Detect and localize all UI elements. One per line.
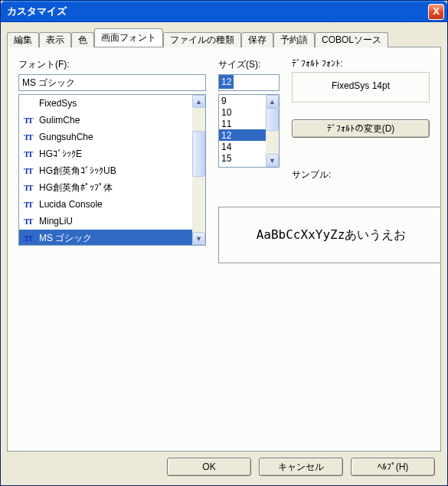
scroll-thumb[interactable] bbox=[192, 131, 205, 177]
list-item[interactable]: TTHG創英角ｺﾞｼｯｸUB bbox=[19, 162, 192, 179]
tab-color[interactable]: 色 bbox=[71, 32, 94, 47]
tab-cobol-source[interactable]: COBOLソース bbox=[315, 32, 388, 47]
close-button[interactable]: X bbox=[428, 4, 444, 20]
size-label: サイズ(S): bbox=[218, 58, 280, 71]
truetype-icon: TT bbox=[24, 217, 34, 226]
list-item[interactable]: 9 bbox=[219, 95, 266, 106]
ok-button[interactable]: OK bbox=[167, 458, 251, 476]
truetype-icon: TT bbox=[24, 116, 34, 125]
tab-page-screen-font: フォント(F): TTFixedSys TTGulimChe TTGungsuh… bbox=[7, 47, 441, 452]
list-item[interactable]: TTMS ゴシック bbox=[19, 230, 192, 245]
truetype-icon: TT bbox=[24, 166, 34, 175]
cancel-button[interactable]: キャンセル bbox=[259, 458, 343, 476]
dialog-window: カスタマイズ X 編集 表示 色 画面フォント ファイルの種類 保存 予約語 C… bbox=[0, 0, 448, 486]
font-scrollbar[interactable]: ▲ ▼ bbox=[192, 95, 205, 245]
sample-label: サンプル: bbox=[292, 168, 430, 181]
scroll-down-button[interactable]: ▼ bbox=[192, 232, 205, 245]
list-item[interactable]: 10 bbox=[219, 106, 266, 118]
tab-edit[interactable]: 編集 bbox=[7, 32, 39, 47]
truetype-icon: TT bbox=[24, 183, 34, 192]
close-icon: X bbox=[433, 5, 440, 17]
list-item[interactable]: TTLucida Console bbox=[19, 196, 192, 213]
tab-save[interactable]: 保存 bbox=[241, 32, 273, 47]
font-label: フォント(F): bbox=[18, 58, 206, 71]
tab-strip: 編集 表示 色 画面フォント ファイルの種類 保存 予約語 COBOLソース bbox=[7, 28, 441, 47]
list-item[interactable]: TTGulimChe bbox=[19, 112, 192, 129]
scroll-thumb[interactable] bbox=[266, 108, 279, 131]
list-item[interactable]: TTHGｺﾞｼｯｸE bbox=[19, 145, 192, 162]
truetype-icon: TT bbox=[24, 132, 34, 142]
tab-screen-font[interactable]: 画面フォント bbox=[94, 28, 163, 47]
default-font-value: FixedSys 14pt bbox=[332, 80, 390, 91]
dialog-button-row: OK キャンセル ﾍﾙﾌﾟ(H) bbox=[7, 452, 441, 482]
list-item[interactable]: 15 bbox=[219, 152, 266, 164]
size-scrollbar[interactable]: ▲ ▼ bbox=[266, 95, 279, 167]
truetype-icon: TT bbox=[24, 149, 34, 158]
font-column: フォント(F): TTFixedSys TTGulimChe TTGungsuh… bbox=[18, 58, 206, 246]
titlebar[interactable]: カスタマイズ X bbox=[1, 1, 447, 22]
list-item[interactable]: TTMingLiU bbox=[19, 213, 192, 230]
list-item[interactable]: TTFixedSys bbox=[19, 95, 192, 112]
truetype-icon: TT bbox=[24, 200, 34, 209]
help-button[interactable]: ﾍﾙﾌﾟ(H) bbox=[351, 458, 435, 476]
tab-file-types[interactable]: ファイルの種類 bbox=[163, 32, 241, 47]
font-listbox[interactable]: TTFixedSys TTGulimChe TTGungsuhChe TTHGｺ… bbox=[18, 94, 206, 246]
list-item[interactable]: TTHG創英角ﾎﾟｯﾌﾟ体 bbox=[19, 179, 192, 196]
scroll-down-button[interactable]: ▼ bbox=[266, 154, 279, 167]
chevron-down-icon: ▼ bbox=[195, 235, 202, 243]
chevron-up-icon: ▲ bbox=[195, 98, 202, 106]
scroll-track[interactable] bbox=[192, 108, 205, 232]
size-input[interactable]: 12 bbox=[218, 74, 280, 91]
sample-box: AaBbCcXxYyZzあいうえお bbox=[218, 207, 440, 263]
client-area: 編集 表示 色 画面フォント ファイルの種類 保存 予約語 COBOLソース フ… bbox=[1, 22, 447, 485]
font-input[interactable] bbox=[18, 74, 206, 91]
scroll-up-button[interactable]: ▲ bbox=[192, 95, 205, 108]
window-title: カスタマイズ bbox=[7, 5, 428, 18]
chevron-up-icon: ▲ bbox=[269, 98, 276, 106]
tab-view[interactable]: 表示 bbox=[39, 32, 71, 47]
list-item[interactable]: TTGungsuhChe bbox=[19, 129, 192, 145]
size-listbox[interactable]: 9 10 11 12 14 15 ▲ ▼ bbox=[218, 94, 280, 168]
default-font-label: ﾃﾞﾌｫﾙﾄ ﾌｫﾝﾄ: bbox=[292, 58, 430, 69]
scroll-track[interactable] bbox=[266, 108, 279, 154]
sample-text: AaBbCcXxYyZzあいうえお bbox=[257, 227, 407, 243]
chevron-down-icon: ▼ bbox=[269, 157, 276, 165]
scroll-up-button[interactable]: ▲ bbox=[266, 95, 279, 108]
default-font-box: FixedSys 14pt bbox=[292, 72, 430, 103]
truetype-icon: TT bbox=[24, 233, 34, 243]
list-item[interactable]: 14 bbox=[219, 141, 266, 152]
list-item[interactable]: 12 bbox=[219, 129, 266, 141]
change-default-button[interactable]: ﾃﾞﾌｫﾙﾄの変更(D) bbox=[292, 119, 430, 138]
tab-reserved-words[interactable]: 予約語 bbox=[273, 32, 315, 47]
list-item[interactable]: 11 bbox=[219, 118, 266, 129]
